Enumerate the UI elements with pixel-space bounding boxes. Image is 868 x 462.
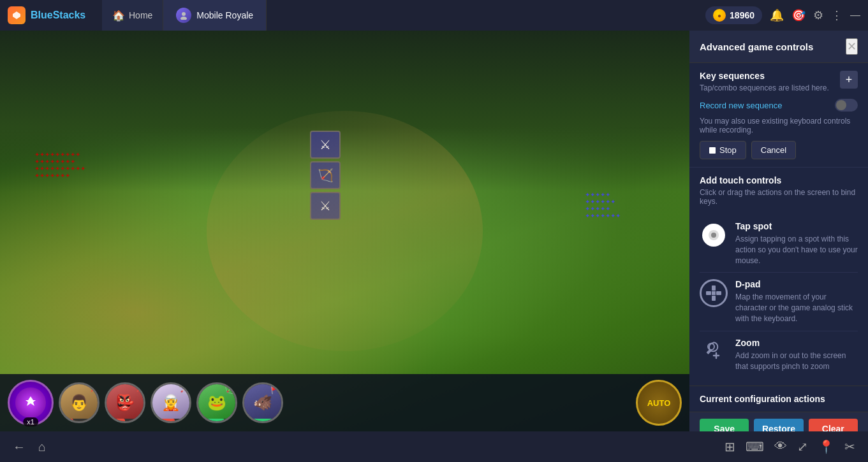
hero-3[interactable]: 🧝 🏹 (151, 382, 191, 423)
home-icon: 🏠 (112, 10, 125, 22)
bottom-nav: ← ⌂ ⊞ ⌨ 👁 ⤢ 📍 ✂ (0, 431, 868, 462)
tap-spot-icon (702, 224, 725, 247)
tap-spot-desc: Assign tapping on a spot with this actio… (735, 234, 858, 266)
cancel-button[interactable]: Cancel (751, 141, 796, 159)
coin-icon: ● (713, 9, 726, 22)
svg-rect-7 (706, 291, 711, 295)
dpad-desc: Map the movement of your character or th… (735, 292, 858, 324)
game-hud: x1 👨 ✕ 👺 ✕ 🧝 🏹 🐸 🏹 (0, 374, 689, 431)
game-tab[interactable]: Mobile Royale (163, 0, 267, 31)
svg-point-1 (182, 12, 186, 16)
section-header: Key sequences Tap/combo sequences are li… (700, 71, 858, 99)
target-icon[interactable]: 🎯 (791, 8, 805, 22)
svg-marker-0 (13, 11, 20, 19)
nav-right: ⊞ ⌨ 👁 ⤢ 📍 ✂ (725, 439, 855, 454)
zoom-name: Zoom (735, 338, 858, 348)
settings-icon[interactable]: ⚙ (813, 8, 823, 22)
location-icon[interactable]: 📍 (818, 439, 834, 454)
panel-title: Advanced game controls (700, 41, 813, 52)
key-sequences-title: Key sequences (700, 71, 829, 81)
record-label: Record new sequence (700, 101, 782, 110)
toggle-knob (836, 100, 846, 110)
save-button[interactable]: Save (700, 419, 749, 431)
tap-spot-item[interactable]: Tap spot Assign tapping on a spot with t… (700, 215, 858, 273)
home-nav-icon[interactable]: ⌂ (38, 440, 46, 454)
bluestacks-logo: BlueStacks (0, 6, 102, 24)
stop-icon (709, 147, 716, 154)
grid-icon[interactable]: ⊞ (725, 439, 735, 454)
battle-scene: ✦✦✦✦✦✦✦✦✦✦✦✦✦✦✦✦✦✦✦✦✦✦✦✦✦✦✦✦✦✦✦✦✦✦ ✦✦✦✦✦… (0, 31, 689, 431)
restore-button[interactable]: Restore (754, 419, 803, 431)
svg-point-2 (180, 17, 187, 20)
skill-counter: x1 (23, 417, 38, 426)
config-section: Current configuration actions (689, 386, 868, 412)
right-panel: Advanced game controls ✕ Key sequences T… (689, 31, 868, 431)
auto-button[interactable]: AUTO (636, 380, 682, 426)
coin-amount: 18960 (730, 10, 754, 20)
touch-controls-section: Add touch controls Click or drag the act… (689, 168, 868, 386)
zoom-desc: Add zoom in or out to the screen that su… (735, 350, 858, 372)
dpad-icon (700, 279, 728, 307)
svg-rect-5 (712, 285, 716, 291)
config-title: Current configuration actions (700, 394, 858, 404)
record-desc: You may also use existing keyboard contr… (700, 117, 858, 134)
tap-spot-icon-wrap (700, 221, 728, 249)
hero-5[interactable]: 🐗 🚩 (242, 382, 283, 423)
expand-icon[interactable]: ⤢ (797, 439, 808, 454)
dpad-info: D-pad Map the movement of your character… (735, 279, 858, 324)
zoom-icon-wrap (700, 338, 728, 366)
skill-main-icon[interactable]: x1 (8, 380, 54, 426)
hero-4[interactable]: 🐸 🏹 (196, 382, 237, 423)
svg-rect-9 (712, 291, 716, 295)
coin-display: ● 18960 (705, 6, 762, 24)
hero-cross-1: ✕ (90, 386, 96, 394)
action-bar: Save Restore Clear (689, 412, 868, 431)
touch-controls-desc: Click or drag the actions on the screen … (700, 188, 858, 206)
record-toggle[interactable] (835, 99, 858, 112)
dpad-item[interactable]: D-pad Map the movement of your character… (700, 273, 858, 331)
notification-icon[interactable]: 🔔 (770, 8, 784, 22)
keyboard-icon[interactable]: ⌨ (746, 439, 764, 454)
key-sequences-subtitle: Tap/combo sequences are listed here. (700, 83, 829, 92)
record-row: Record new sequence (700, 99, 858, 112)
main-content: 1 2 ⏳ 02:2 ✦✦✦✦✦✦✦✦✦✦✦✦✦✦✦✦✦✦✦✦✦✦✦✦✦✦✦✦✦… (0, 31, 868, 431)
add-sequence-button[interactable]: + (840, 71, 858, 89)
scissors-icon[interactable]: ✂ (844, 439, 855, 454)
hero-cross-2: ✕ (136, 386, 142, 394)
app-name: BlueStacks (31, 10, 85, 21)
game-tab-label: Mobile Royale (196, 10, 253, 20)
back-icon[interactable]: ← (13, 440, 26, 454)
tap-spot-name: Tap spot (735, 221, 858, 231)
nav-left: ← ⌂ (13, 440, 46, 454)
svg-rect-8 (716, 291, 721, 295)
dpad-icon-wrap (700, 279, 728, 307)
stop-button[interactable]: Stop (700, 141, 746, 159)
svg-point-4 (711, 233, 716, 238)
zoom-icon (701, 339, 726, 365)
bluestacks-icon (8, 6, 26, 24)
record-buttons: Stop Cancel (700, 141, 858, 159)
home-tab-label: Home (129, 10, 152, 20)
svg-rect-6 (712, 296, 716, 301)
touch-controls-title: Add touch controls (700, 175, 858, 185)
top-right-controls: ● 18960 🔔 🎯 ⚙ ⋮ — (705, 6, 868, 24)
game-avatar (176, 8, 191, 23)
panel-header: Advanced game controls ✕ (689, 31, 868, 63)
zoom-info: Zoom Add zoom in or out to the screen th… (735, 338, 858, 372)
top-bar: BlueStacks 🏠 Home Mobile Royale ● 18960 … (0, 0, 868, 31)
tap-spot-info: Tap spot Assign tapping on a spot with t… (735, 221, 858, 266)
dpad-name: D-pad (735, 279, 858, 289)
menu-icon[interactable]: ⋮ (831, 8, 842, 22)
home-tab[interactable]: 🏠 Home (102, 0, 163, 31)
minimize-button[interactable]: — (850, 10, 860, 21)
clear-button[interactable]: Clear (809, 419, 858, 431)
zoom-item[interactable]: Zoom Add zoom in or out to the screen th… (700, 331, 858, 379)
hero-1[interactable]: 👨 ✕ (59, 382, 99, 423)
panel-close-button[interactable]: ✕ (846, 38, 858, 55)
game-area: 1 2 ⏳ 02:2 ✦✦✦✦✦✦✦✦✦✦✦✦✦✦✦✦✦✦✦✦✦✦✦✦✦✦✦✦✦… (0, 31, 689, 431)
eye-icon[interactable]: 👁 (774, 439, 787, 454)
hero-2[interactable]: 👺 ✕ (105, 382, 145, 423)
key-sequences-section: Key sequences Tap/combo sequences are li… (689, 63, 868, 168)
